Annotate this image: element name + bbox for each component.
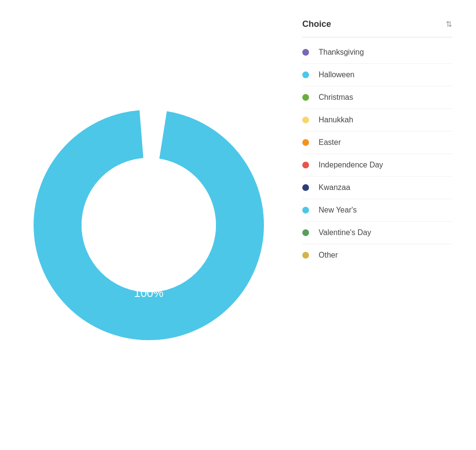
legend-label-easter: Easter xyxy=(319,138,341,147)
legend-dot-valentine's-day xyxy=(302,229,309,236)
legend-item: Halloween xyxy=(302,64,452,86)
donut-hole xyxy=(82,158,216,292)
main-container: 100% Choice ⇅ ThanksgivingHalloweenChris… xyxy=(0,0,476,450)
legend-item: Christmas xyxy=(302,86,452,109)
legend-dot-christmas xyxy=(302,94,309,101)
legend-dot-easter xyxy=(302,139,309,146)
legend-header: Choice ⇅ xyxy=(302,19,452,37)
legend-item: Easter xyxy=(302,131,452,154)
legend-item: Hanukkah xyxy=(302,109,452,131)
legend-list: ThanksgivingHalloweenChristmasHanukkahEa… xyxy=(302,41,452,266)
legend-item: Kwanzaa xyxy=(302,177,452,199)
legend-dot-other xyxy=(302,252,309,259)
chart-percentage-label: 100% xyxy=(134,286,163,299)
legend-title: Choice xyxy=(302,19,331,29)
legend-item: Independence Day xyxy=(302,154,452,177)
legend-dot-hanukkah xyxy=(302,117,309,123)
chart-area: 100% xyxy=(10,10,288,440)
legend-dot-new-year's xyxy=(302,207,309,213)
legend-label-new-year's: New Year's xyxy=(319,206,357,214)
legend-item: Valentine's Day xyxy=(302,222,452,244)
legend-item: New Year's xyxy=(302,199,452,222)
legend-dot-thanksgiving xyxy=(302,49,309,56)
sort-icon[interactable]: ⇅ xyxy=(446,20,452,29)
legend-label-valentine's-day: Valentine's Day xyxy=(319,228,371,237)
legend-dot-independence-day xyxy=(302,162,309,168)
legend-dot-halloween xyxy=(302,71,309,78)
legend-item: Other xyxy=(302,244,452,266)
legend-label-kwanzaa: Kwanzaa xyxy=(319,183,350,192)
legend-item: Thanksgiving xyxy=(302,41,452,64)
donut-chart: 100% xyxy=(34,110,264,340)
legend-label-independence-day: Independence Day xyxy=(319,161,383,169)
legend-label-halloween: Halloween xyxy=(319,71,355,79)
donut-svg: 100% xyxy=(34,110,264,340)
legend-label-hanukkah: Hanukkah xyxy=(319,116,353,124)
legend-dot-kwanzaa xyxy=(302,184,309,191)
legend-label-thanksgiving: Thanksgiving xyxy=(319,48,364,57)
legend-label-other: Other xyxy=(319,251,338,260)
legend-area: Choice ⇅ ThanksgivingHalloweenChristmasH… xyxy=(288,10,466,440)
legend-label-christmas: Christmas xyxy=(319,93,353,102)
